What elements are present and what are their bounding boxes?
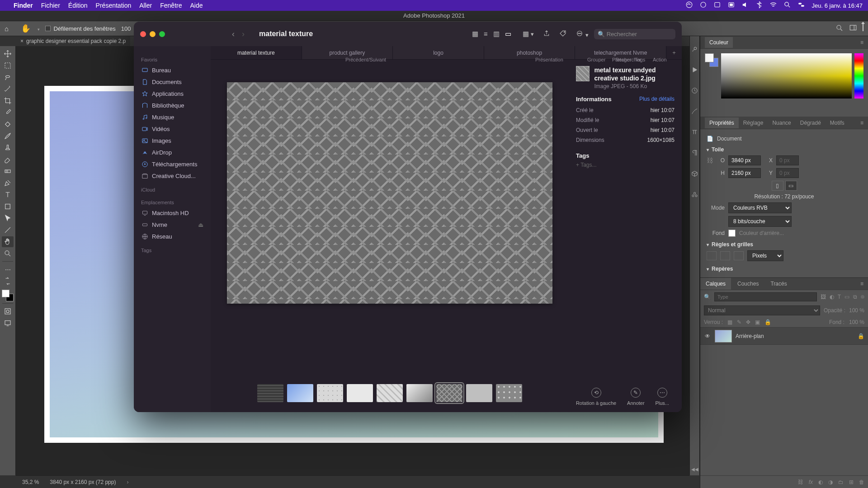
thumb-6[interactable]: [436, 384, 462, 402]
ruler-icon2[interactable]: [720, 251, 730, 260]
dock-brush-settings-icon[interactable]: [691, 45, 698, 54]
rotate-left-button[interactable]: ⟲Rotation à gauche: [576, 388, 616, 406]
orient-portrait-icon[interactable]: ▯: [772, 181, 783, 191]
more-details-link[interactable]: Plus de détails: [639, 96, 675, 103]
sidebar-item-downloads[interactable]: Téléchargements: [134, 158, 211, 170]
ruler-icon3[interactable]: [734, 251, 744, 260]
add-tab-button[interactable]: +: [666, 46, 682, 59]
x-input[interactable]: [776, 155, 799, 165]
search-icon[interactable]: 🔍: [704, 294, 711, 300]
status-bluetooth-icon[interactable]: [755, 1, 763, 10]
thumb-4[interactable]: [377, 384, 403, 402]
hand-tool-icon[interactable]: ✋: [21, 23, 31, 33]
thumb-1[interactable]: [287, 384, 313, 402]
lock-pixels-icon[interactable]: ▦: [727, 319, 732, 325]
view-gallery-icon[interactable]: ▭: [503, 29, 514, 39]
filter-adjust-icon[interactable]: ◐: [830, 294, 834, 300]
section-rules[interactable]: ▾Règles et grilles: [707, 241, 862, 248]
eyedropper-tool-icon[interactable]: [2, 107, 14, 118]
path-select-tool-icon[interactable]: [2, 213, 14, 224]
mode-select[interactable]: Couleurs RVB: [728, 202, 792, 213]
wand-tool-icon[interactable]: [2, 84, 14, 94]
type-tool-icon[interactable]: [2, 189, 14, 200]
status-cc-icon[interactable]: [685, 1, 693, 10]
sidebar-item-images[interactable]: Images: [134, 135, 211, 146]
status-control-center-icon[interactable]: [797, 1, 805, 10]
dock-paragraph-icon[interactable]: [691, 149, 698, 158]
tags-button[interactable]: [559, 30, 566, 38]
new-layer-icon[interactable]: ⊞: [849, 479, 854, 485]
stamp-tool-icon[interactable]: [2, 142, 14, 153]
hand-tool-icon[interactable]: [2, 236, 14, 247]
status-zoom[interactable]: 35,2 %: [22, 479, 39, 485]
dock-collapse-icon[interactable]: ◀◀: [691, 467, 698, 472]
lasso-tool-icon[interactable]: [2, 72, 14, 83]
tab-paths[interactable]: Tracés: [765, 278, 792, 290]
status-dims[interactable]: 3840 px x 2160 px (72 ppp): [50, 479, 116, 485]
filter-smart-icon[interactable]: ⧉: [853, 294, 857, 300]
hue-slider[interactable]: [854, 53, 863, 99]
fill-swatch[interactable]: [728, 230, 736, 237]
menu-go[interactable]: Aller: [139, 2, 152, 9]
group-icon[interactable]: 🗀: [838, 479, 844, 485]
brush-tool-icon[interactable]: [2, 131, 14, 141]
group-menu[interactable]: ▦ ▾: [523, 30, 534, 38]
thumb-5[interactable]: [406, 384, 433, 402]
menubar-app-name[interactable]: Finder: [14, 2, 33, 9]
sidebar-item-library[interactable]: Bibliothèque: [134, 99, 211, 111]
dock-brush-icon[interactable]: [691, 108, 698, 117]
tab-gradient[interactable]: Dégradé: [796, 117, 826, 128]
y-input[interactable]: [776, 168, 799, 178]
back-button[interactable]: ‹: [229, 28, 237, 40]
sidebar-item-videos[interactable]: Vidéos: [134, 123, 211, 135]
layer-name[interactable]: Arrière-plan: [736, 333, 764, 339]
shape-tool-icon[interactable]: [2, 201, 14, 212]
forward-button[interactable]: ›: [239, 28, 247, 40]
tab-patterns[interactable]: Motifs: [826, 117, 849, 128]
sidebar-item-network[interactable]: Réseau: [134, 230, 211, 242]
filter-toggle[interactable]: [861, 295, 864, 299]
layer-filter-input[interactable]: [714, 292, 817, 301]
finder-search[interactable]: 🔍 Rechercher: [594, 29, 675, 39]
panel-menu-icon[interactable]: ≡: [860, 120, 863, 126]
finder-tab-4[interactable]: telechargement Nvme: [575, 46, 666, 59]
height-input[interactable]: [728, 168, 761, 178]
tab-properties[interactable]: Propriétés: [705, 117, 739, 128]
sidebar-item-applications[interactable]: Applications: [134, 88, 211, 99]
dock-type-icon[interactable]: [691, 128, 698, 137]
dock-libraries-icon[interactable]: [691, 191, 698, 200]
color-swatch[interactable]: [2, 290, 14, 301]
eraser-tool-icon[interactable]: [2, 154, 14, 165]
share-icon[interactable]: [863, 24, 863, 33]
sidebar-item-macintosh[interactable]: Macintosh HD: [134, 207, 211, 219]
close-button[interactable]: [140, 31, 146, 37]
menu-view[interactable]: Présentation: [96, 2, 132, 9]
finder-tab-3[interactable]: photoshop: [484, 46, 576, 59]
trash-icon[interactable]: 🗑: [859, 479, 864, 485]
search-icon[interactable]: [835, 24, 844, 33]
gradient-tool-icon[interactable]: [2, 166, 14, 177]
filter-type-icon[interactable]: T: [838, 294, 841, 300]
move-tool-icon[interactable]: [2, 48, 14, 59]
view-columns-icon[interactable]: ▥: [491, 29, 502, 39]
panel-menu-icon[interactable]: ≡: [856, 278, 868, 290]
status-clock[interactable]: Jeu. 6 janv. à 16:47: [811, 2, 863, 9]
view-icons-icon[interactable]: ▦: [470, 29, 481, 39]
menu-help[interactable]: Aide: [190, 2, 203, 9]
tab-channels[interactable]: Couches: [732, 278, 764, 290]
lock-paint-icon[interactable]: ✎: [737, 319, 741, 325]
section-guides[interactable]: ▾Repères: [707, 266, 862, 272]
menu-edit[interactable]: Édition: [68, 2, 88, 9]
edit-toolbar-icon[interactable]: ⋯: [2, 264, 14, 275]
dock-clock-icon[interactable]: [691, 87, 698, 96]
filter-image-icon[interactable]: 🖼: [821, 294, 826, 300]
zoom-value[interactable]: 100: [121, 25, 131, 32]
annotate-button[interactable]: ✎Annoter: [627, 388, 645, 406]
eject-icon[interactable]: ⏏: [198, 221, 203, 228]
status-date-icon[interactable]: [713, 1, 721, 10]
action-menu[interactable]: ▾: [576, 30, 589, 38]
more-actions-button[interactable]: ⋯Plus...: [655, 388, 669, 406]
add-tags[interactable]: + Tags...: [576, 162, 675, 168]
minimize-button[interactable]: [150, 31, 156, 37]
ruler-icon1[interactable]: [707, 251, 717, 260]
